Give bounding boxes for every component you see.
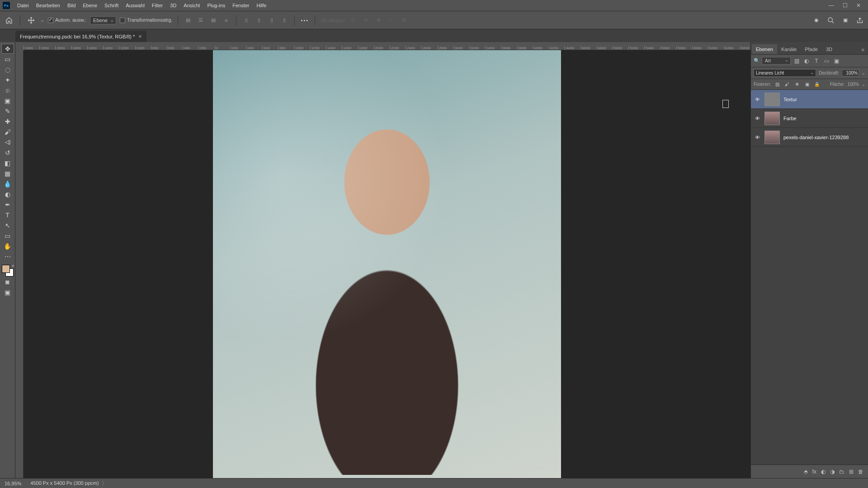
layer-row[interactable]: 👁Farbe (751, 109, 868, 128)
layer-name[interactable]: Farbe (783, 116, 797, 121)
menu-auswahl[interactable]: Auswahl (122, 1, 148, 10)
lock-all-icon[interactable]: 🔒 (813, 82, 821, 87)
pen-tool[interactable]: ✒ (1, 200, 14, 210)
layer-mask-icon[interactable]: ◐ (821, 469, 826, 475)
adjustment-layer-icon[interactable]: ◑ (830, 469, 835, 475)
frame-tool[interactable]: ▣ (1, 96, 14, 106)
layer-filter-dropdown[interactable]: Art (762, 57, 791, 65)
visibility-toggle-icon[interactable]: 👁 (754, 116, 761, 121)
group-icon[interactable]: 🗀 (839, 469, 844, 475)
opacity-value[interactable]: 100% (842, 70, 859, 76)
share-icon[interactable] (855, 16, 864, 25)
lock-image-icon[interactable]: 🖌 (783, 82, 791, 87)
swap-colors-icon[interactable]: ⤭ (11, 264, 14, 268)
menu-hilfe[interactable]: Hilfe (253, 1, 270, 10)
canvas[interactable] (24, 50, 750, 478)
lock-artboard-icon[interactable]: ▣ (803, 82, 811, 87)
window-maximize[interactable]: ☐ (838, 2, 852, 9)
cloud-docs-icon[interactable]: ◉ (812, 16, 821, 25)
filter-adjust-icon[interactable]: ◐ (802, 58, 811, 64)
search-icon[interactable]: 🔍 (754, 58, 760, 64)
auto-select-check[interactable]: Autom. ausw.: (48, 17, 86, 23)
layer-thumbnail[interactable] (764, 112, 780, 125)
menu-fenster[interactable]: Fenster (229, 1, 253, 10)
move-tool[interactable]: ✥ (1, 44, 14, 54)
menu-schrift[interactable]: Schrift (101, 1, 122, 10)
align-center-v-icon[interactable]: ▯ (255, 16, 264, 25)
path-selection-tool[interactable]: ↖ (1, 221, 14, 230)
new-layer-icon[interactable]: ⊞ (849, 469, 854, 475)
clone-stamp-tool[interactable]: ⏿ (1, 137, 14, 147)
status-zoom[interactable]: 16,95% (5, 481, 21, 486)
home-icon[interactable] (4, 15, 14, 26)
crop-tool[interactable]: ⟄ (1, 85, 14, 95)
menu-3d[interactable]: 3D (166, 1, 180, 10)
menu-ansicht[interactable]: Ansicht (180, 1, 203, 10)
document-image[interactable] (213, 50, 561, 478)
ruler-horizontal[interactable]: 2400220020001800160014001200100080060040… (24, 42, 750, 50)
layer-name[interactable]: Textur (783, 97, 797, 102)
align-top-icon[interactable]: ▯ (242, 16, 251, 25)
fill-value[interactable]: 100% (847, 82, 859, 87)
align-left-icon[interactable]: ▤ (184, 16, 193, 25)
search-icon[interactable] (826, 16, 835, 25)
dodge-tool[interactable]: ◐ (1, 189, 14, 199)
distribute-h-icon[interactable]: ≡ (222, 16, 231, 25)
visibility-toggle-icon[interactable]: 👁 (754, 135, 761, 140)
quick-mask-tool[interactable]: ◙ (1, 277, 14, 287)
auto-select-dropdown[interactable]: Ebene (90, 16, 116, 24)
menu-datei[interactable]: Datei (14, 1, 33, 10)
type-tool[interactable]: T (1, 210, 14, 220)
layer-row[interactable]: 👁pexels-daniel-xavier-1239288 (751, 128, 868, 147)
hand-tool[interactable]: ✋ (1, 241, 14, 251)
ruler-vertical[interactable] (15, 50, 24, 478)
window-minimize[interactable]: — (825, 2, 838, 9)
screen-mode-tool[interactable]: ▣ (1, 287, 14, 297)
layer-thumbnail[interactable] (764, 93, 780, 106)
shape-tool[interactable]: ▭ (1, 231, 14, 241)
status-chevron-icon[interactable]: 〉 (100, 480, 107, 486)
filter-shape-icon[interactable]: ▭ (822, 58, 830, 64)
distribute-v-icon[interactable]: ▯ (280, 16, 289, 25)
color-swatch[interactable]: ⤭ (2, 265, 14, 277)
history-brush-tool[interactable]: ↺ (1, 148, 14, 158)
filter-smart-icon[interactable]: ▣ (832, 58, 840, 64)
move-tool-icon[interactable] (26, 15, 37, 26)
menu-plugins[interactable]: Plug-ins (203, 1, 229, 10)
magic-wand-tool[interactable]: ✦ (1, 75, 14, 85)
close-tab-icon[interactable]: × (138, 33, 142, 40)
lock-position-icon[interactable]: ✥ (793, 82, 801, 87)
blur-tool[interactable]: 💧 (1, 179, 14, 189)
menu-ebene[interactable]: Ebene (79, 1, 101, 10)
marquee-tool[interactable]: ▭ (1, 54, 14, 64)
blend-mode-dropdown[interactable]: Lineares Licht (754, 69, 816, 77)
menu-bild[interactable]: Bild (64, 1, 79, 10)
align-center-h-icon[interactable]: ☰ (196, 16, 205, 25)
panel-tab-pfade[interactable]: Pfade (801, 44, 822, 54)
eyedropper-tool[interactable]: ✎ (1, 106, 14, 116)
delete-layer-icon[interactable]: 🗑 (858, 469, 863, 475)
menu-filter[interactable]: Filter (148, 1, 166, 10)
align-bottom-icon[interactable]: ▯ (267, 16, 276, 25)
panel-tab-ebenen[interactable]: Ebenen (752, 44, 777, 54)
ruler-origin[interactable] (15, 42, 24, 50)
healing-brush-tool[interactable]: ✚ (1, 117, 14, 127)
filter-pixel-icon[interactable]: ▧ (793, 58, 801, 64)
layer-thumbnail[interactable] (764, 131, 780, 144)
align-right-icon[interactable]: ▤ (209, 16, 218, 25)
layer-name[interactable]: pexels-daniel-xavier-1239288 (783, 135, 849, 140)
document-tab[interactable]: Frequenztrennung.psdc bei 16,9% (Textur,… (15, 31, 146, 42)
more-options-icon[interactable]: ••• (300, 16, 309, 25)
menu-bearbeiten[interactable]: Bearbeiten (33, 1, 64, 10)
panel-menu-icon[interactable]: ≡ (859, 45, 867, 54)
foreground-color[interactable] (2, 265, 10, 273)
link-layers-icon[interactable]: ⬘ (804, 469, 808, 475)
eraser-tool[interactable]: ◧ (1, 158, 14, 168)
layer-row[interactable]: 👁Textur (751, 90, 868, 109)
workspace-icon[interactable]: ▣ (841, 16, 850, 25)
status-doc-info[interactable]: 4500 Px x 5400 Px (300 ppcm) (30, 480, 99, 486)
lock-transparency-icon[interactable]: ▨ (774, 82, 781, 87)
transform-controls-check[interactable]: Transformationsstrg. (120, 17, 172, 23)
brush-tool[interactable]: 🖌 (1, 127, 14, 137)
layer-fx-icon[interactable]: fx (812, 469, 816, 475)
